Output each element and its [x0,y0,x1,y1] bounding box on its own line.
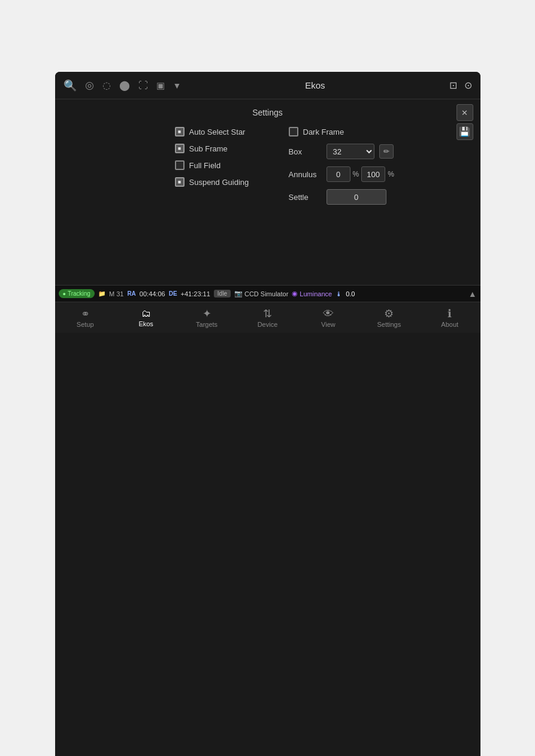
nav-item-setup[interactable]: ⚭ Setup [55,302,116,333]
target-icon[interactable]: ◎ [85,80,94,90]
de-value: +41:23:11 [181,290,210,297]
annulus-min-pct: % [353,170,359,178]
full-field-row: Full Field [175,160,271,170]
nav-item-settings[interactable]: ⚙ Settings [359,302,419,333]
dark-frame-label: Dark Frame [303,127,344,136]
preview-icon[interactable]: ⊙ [464,81,472,90]
nav-item-about[interactable]: ℹ About [419,302,480,333]
setup-label: Setup [77,321,94,328]
sub-frame-checkbox[interactable] [175,144,185,153]
wind-value: 0.0 [346,290,355,297]
ra-value: 00:44:06 [140,290,165,297]
settings-action-buttons: ✕ 💾 [457,104,473,140]
annulus-max-input[interactable] [361,166,385,182]
dark-frame-checkbox[interactable] [289,127,298,136]
suspend-guiding-row: Suspend Guiding [175,177,271,187]
box-select[interactable]: 32 16 64 128 [327,144,374,159]
ccd-camera-icon: 📷 [234,290,243,297]
save-button[interactable]: 💾 [457,123,473,140]
annulus-row: Annulus % % [289,166,394,182]
auto-select-star-row: Auto Select Star [175,127,271,136]
device-icon: ⇅ [263,308,272,319]
idle-badge: Idle [214,290,231,297]
object-label: M 31 [109,290,123,297]
targets-icon: ✦ [202,308,211,319]
focuser-icon[interactable]: ▣ [156,81,165,90]
suspend-guiding-label: Suspend Guiding [189,178,249,187]
lum-icon: ◉ [292,290,298,297]
search-icon[interactable]: 🔍 [64,80,77,91]
targets-label: Targets [196,321,217,328]
about-label: About [441,321,458,328]
nav-item-view[interactable]: 👁 View [298,302,358,333]
annulus-inputs: % % [327,166,394,182]
close-button[interactable]: ✕ [457,104,473,121]
dark-frame-row: Dark Frame [289,127,394,136]
ra-label: RA [127,290,135,297]
frame-icon[interactable]: ⊡ [449,81,457,90]
auto-select-star-checkbox[interactable] [175,127,185,136]
filter-icon[interactable]: ▼ [173,81,182,90]
settings-icon: ⚙ [384,308,394,319]
settings-label: Settings [377,321,401,328]
auto-select-star-label: Auto Select Star [189,127,246,136]
settle-input[interactable] [327,189,386,205]
settings-form: Auto Select Star Sub Frame Full Field Su… [55,127,480,217]
ccd-status: 📷 CCD Simulator [234,290,288,297]
nav-item-device[interactable]: ⇅ Device [237,302,298,333]
full-field-checkbox[interactable] [175,160,185,170]
toolbar: 🔍 ◎ ◌ ⬤ ⛶ ▣ ▼ Ekos ⊡ ⊙ [55,72,480,99]
nav-item-targets[interactable]: ✦ Targets [176,302,237,333]
suspend-guiding-checkbox[interactable] [175,177,185,187]
nav-item-ekos[interactable]: 🗂 Ekos [116,302,176,333]
box-label: Box [289,147,322,156]
settings-panel: Settings ✕ 💾 Auto Select Star Sub Frame [55,99,480,285]
sub-frame-label: Sub Frame [189,144,228,153]
ekos-icon: 🗂 [141,309,151,318]
de-label: DE [169,290,177,297]
bottom-nav: ⚭ Setup 🗂 Ekos ✦ Targets ⇅ Device 👁 View… [55,302,480,333]
camera-icon[interactable]: ⬤ [119,81,130,90]
sub-frame-row: Sub Frame [175,144,271,153]
compass-icon[interactable]: ◌ [102,81,111,90]
settle-row: Settle [289,189,394,205]
mount-icon[interactable]: ⛶ [138,81,148,90]
settings-title: Settings [55,105,480,117]
status-bar: ● Tracking 📁 M 31 RA 00:44:06 DE +41:23:… [55,285,480,302]
settings-right-column: Dark Frame Box 32 16 64 128 ✏ [289,127,394,205]
toolbar-right-icons: ⊡ ⊙ [449,81,472,90]
ekos-label: Ekos [138,320,153,327]
annulus-min-input[interactable] [327,166,350,182]
folder-icon: 📁 [98,290,105,297]
luminance-status: ◉ Luminance [292,290,332,297]
box-row: Box 32 16 64 128 ✏ [289,144,394,159]
view-icon: 👁 [323,308,334,319]
expand-button[interactable]: ▲ [468,289,477,299]
settings-left-column: Auto Select Star Sub Frame Full Field Su… [175,127,271,205]
toolbar-left-icons: 🔍 ◎ ◌ ⬤ ⛶ ▣ ▼ [64,80,182,91]
device-label: Device [258,321,278,328]
setup-icon: ⚭ [81,308,90,319]
annulus-max-pct: % [388,170,394,178]
annulus-label: Annulus [289,170,322,179]
view-label: View [321,321,335,328]
box-edit-button[interactable]: ✏ [379,144,394,159]
wind-icon: 🌡 [335,290,342,297]
tracking-badge: ● Tracking [59,289,95,298]
full-field-label: Full Field [189,161,221,170]
app-title: Ekos [181,80,449,90]
settle-label: Settle [289,193,322,202]
about-icon: ℹ [448,308,452,319]
